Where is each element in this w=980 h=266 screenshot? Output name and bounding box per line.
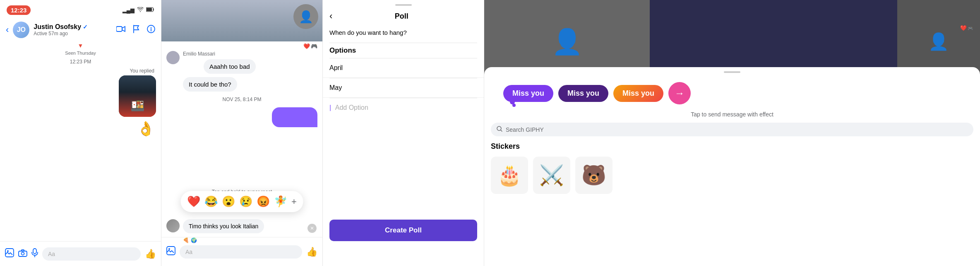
message-bubble-1: Aaahh too bad — [204, 59, 256, 74]
message-row-2: It could be tho? — [183, 77, 317, 92]
you-replied-label: You replied — [0, 68, 161, 74]
svg-point-5 — [7, 250, 9, 252]
poll-drag-handle — [395, 4, 412, 6]
message-input[interactable]: Aa — [42, 247, 141, 261]
react-heart[interactable]: ❤️ — [187, 195, 200, 208]
purple-message-bubble — [161, 107, 322, 127]
gallery-icon[interactable] — [5, 248, 14, 260]
message-timestamp: 12:23 PM — [0, 59, 161, 65]
react-wow[interactable]: 😮 — [222, 195, 235, 208]
poll-back-button[interactable]: ‹ — [329, 11, 332, 22]
header-actions — [116, 25, 155, 35]
status-bar: 12:23 ▂▄▆ — [0, 0, 161, 18]
bg-reactions: ❤️🎮 — [960, 25, 973, 31]
wifi-icon — [137, 7, 144, 13]
dismiss-icon[interactable]: ✕ — [307, 224, 317, 233]
sticker-bear[interactable]: 🐻 — [575, 157, 612, 194]
battery-icon — [146, 7, 154, 13]
svg-rect-2 — [116, 27, 122, 31]
clock: 12:23 — [7, 5, 31, 15]
giphy-search-bar[interactable]: Search GIPHY — [491, 123, 973, 136]
poll-header: ‹ Poll — [323, 8, 484, 26]
flag-icon[interactable] — [133, 25, 139, 35]
header-name: Justin Osofsky ✓ — [34, 23, 112, 31]
message-row-1: Emilio Massari Aaahh too bad — [166, 51, 317, 75]
panel-poll: ‹ Poll When do you want to hang? Options… — [323, 0, 484, 266]
video-call-icon[interactable] — [116, 25, 125, 35]
p2-gallery-icon[interactable] — [166, 246, 175, 258]
messages-area: Emilio Massari Aaahh too bad It could be… — [161, 51, 322, 92]
add-option-placeholder: Add Option — [335, 104, 368, 111]
svg-rect-8 — [33, 249, 36, 254]
poll-question: When do you want to hang? — [323, 26, 484, 43]
profile-bg: 👤 — [161, 0, 322, 41]
message-image: 🍱 — [119, 75, 156, 117]
effect-bubble-dark-purple[interactable]: Miss you — [558, 85, 608, 102]
timo-message-row: Timo thinks you look Italian — [161, 218, 322, 235]
giphy-search-icon — [497, 126, 502, 133]
message-input-bar: Aa 👍 — [0, 241, 161, 266]
react-laugh[interactable]: 😂 — [204, 195, 218, 208]
add-option-cursor: | — [329, 104, 331, 111]
camera-icon[interactable] — [18, 249, 27, 259]
giphy-input[interactable]: Search GIPHY — [506, 126, 544, 133]
thumbs-up-icon[interactable]: 👍 — [145, 249, 156, 259]
sender-avatar — [166, 51, 180, 64]
panel-group-chat: 👤 ❤️ 🎮 Emilio Massari Aaahh too bad It c… — [161, 0, 323, 266]
group-input-bar: Aa 👍 — [161, 237, 322, 266]
effects-drag-handle — [724, 71, 740, 73]
info-icon[interactable] — [147, 25, 155, 35]
sender-name: Emilio Massari — [183, 51, 261, 58]
poll-options-label: Options — [323, 43, 484, 58]
outgoing-bubble — [272, 107, 317, 127]
react-angry[interactable]: 😡 — [257, 195, 270, 208]
sticker-warrior[interactable]: ⚔️ — [533, 157, 570, 194]
effects-overlay-panel: Miss you Miss you Miss you → Tap to send… — [484, 67, 980, 266]
svg-point-7 — [22, 252, 24, 255]
hand-emoji: 👌 — [0, 120, 161, 137]
sticker-cake[interactable]: 🎂 — [491, 157, 528, 194]
indicator: ▼ — [0, 42, 161, 49]
signal-icon: ▂▄▆ — [122, 7, 135, 13]
react-cry[interactable]: 😢 — [239, 195, 252, 208]
timo-message-bubble: Timo thinks you look Italian — [183, 219, 264, 233]
effect-bubble-orange[interactable]: Miss you — [613, 85, 663, 102]
poll-title: Poll — [337, 12, 466, 21]
effect-bubble-pink[interactable]: → — [668, 82, 691, 104]
status-icons: ▂▄▆ — [122, 7, 154, 13]
reaction-popup: ❤️ 😂 😮 😢 😡 🧚 + — [180, 191, 303, 212]
chat-header: ‹ JO Justin Osofsky ✓ Active 57m ago — [0, 18, 161, 41]
add-option-input[interactable]: | Add Option — [323, 98, 484, 117]
effect-bubble-purple[interactable]: Miss you — [503, 85, 553, 102]
seen-status: Seen Thursday — [0, 51, 161, 56]
date-divider: NOV 25, 8:14 PM — [161, 97, 322, 102]
tap-to-send-label: Tap to send message with effect — [484, 111, 980, 118]
avatar: JO — [13, 22, 29, 38]
profile-header: 👤 — [161, 0, 322, 41]
verified-badge: ✓ — [83, 24, 88, 30]
create-poll-button[interactable]: Create Poll — [329, 220, 477, 241]
svg-rect-1 — [147, 8, 152, 11]
message-bubble-2: It could be tho? — [183, 77, 237, 92]
user-status: Active 57m ago — [34, 31, 112, 36]
add-reaction-button[interactable]: + — [291, 196, 297, 207]
svg-point-10 — [168, 248, 170, 250]
timo-avatar — [166, 219, 180, 232]
panel-effects: 👤 👤 ❤️🎮 Miss you Miss you Miss you — [484, 0, 980, 266]
stickers-section-label: Stickers — [484, 136, 980, 155]
poll-option-april: April — [323, 58, 484, 78]
poll-option-may: May — [323, 78, 484, 98]
chat-avatar-top: 👤 — [293, 4, 318, 29]
message-content-1: Emilio Massari Aaahh too bad — [183, 51, 261, 75]
message-image-container: 🍱 — [0, 75, 161, 117]
effect-bubbles-row: Miss you Miss you Miss you → — [497, 78, 980, 109]
header-info: Justin Osofsky ✓ Active 57m ago — [34, 23, 112, 36]
group-message-input[interactable]: Aa — [180, 245, 302, 259]
stickers-row: 🎂 ⚔️ 🐻 — [484, 155, 980, 196]
back-button[interactable]: ‹ — [6, 24, 9, 35]
panel-chat-1: 12:23 ▂▄▆ ‹ JO — [0, 0, 161, 266]
react-sparkle[interactable]: 🧚 — [274, 195, 287, 208]
p2-thumbsup-icon[interactable]: 👍 — [306, 247, 317, 257]
mic-icon[interactable] — [31, 248, 38, 260]
reaction-bar: ❤️ 🎮 — [161, 41, 322, 51]
